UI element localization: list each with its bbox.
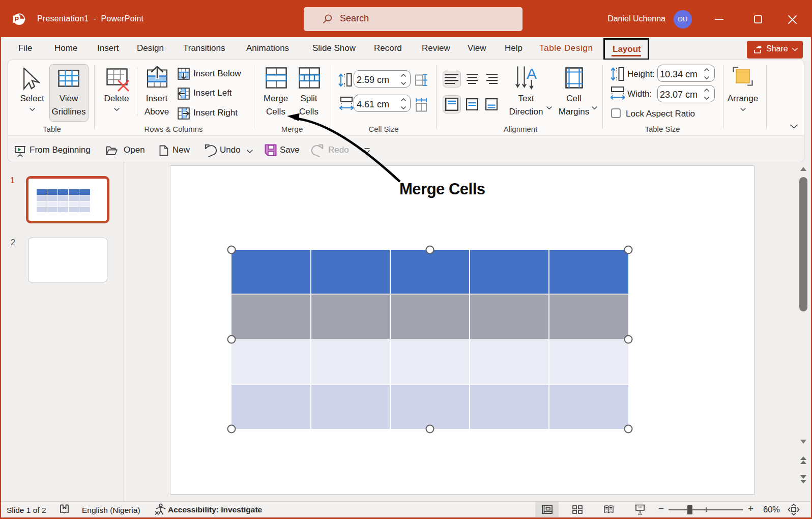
svg-text:A: A [527, 66, 537, 82]
svg-text:P: P [14, 15, 19, 23]
